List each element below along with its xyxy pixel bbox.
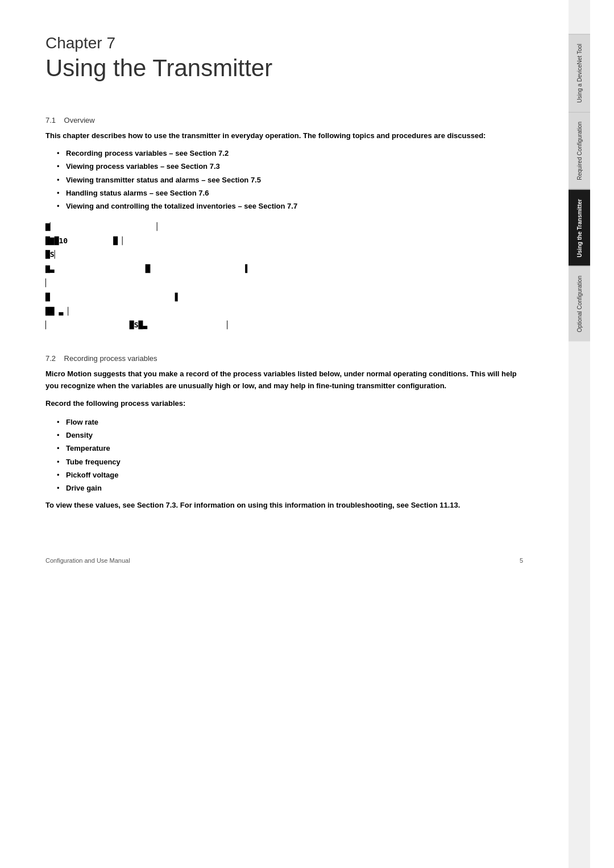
section-72-record-heading: Record the following process variables: [45,398,523,410]
list-item: Tube frequency [57,455,523,468]
list-item: Temperature [57,442,523,455]
section-72: 7.2 Recording process variables Micro Mo… [45,354,523,512]
section-71-number: 7.1 Overview [45,116,523,124]
list-item: Drive gain [57,481,523,495]
list-item: Handling status alarms – see Section 7.6 [57,186,523,200]
list-item: Viewing and controlling the totalized in… [57,200,523,213]
section-72-bullets: Flow rate Density Temperature Tube frequ… [57,416,523,495]
sidebar-tab-optional-config[interactable]: Optional Configuration [569,266,590,342]
section-72-number: 7.2 Recording process variables [45,354,523,363]
garbled-block: ▇▏ ▏ █▇█10 █ ▏ █S▏ ▇▃ █▏ ▌ ▏ █ ▋ [45,221,523,331]
section-71-bullets: Recording process variables – see Sectio… [57,147,523,213]
main-content: Chapter 7 Using the Transmitter 7.1 Over… [0,0,569,868]
list-item: Density [57,429,523,442]
list-item: Recording process variables – see Sectio… [57,147,523,160]
footer-left: Configuration and Use Manual [45,557,130,564]
sidebar-tab-devicenet[interactable]: Using a DeviceNet Tool [569,34,590,112]
list-item: Pickoff voltage [57,468,523,481]
list-item: Viewing transmitter status and alarms – … [57,173,523,186]
section-72-para1: Micro Motion suggests that you make a re… [45,368,523,392]
section-71-intro: This chapter describes how to use the tr… [45,130,523,142]
section-72-para2: To view these values, see Section 7.3. F… [45,500,523,512]
sidebar-tab-required-config[interactable]: Required Configuration [569,112,590,189]
list-item: Viewing process variables – see Section … [57,160,523,173]
sidebar: Using a DeviceNet Tool Required Configur… [569,0,590,868]
chapter-label: Chapter 7 [45,34,523,52]
footer-right: 5 [520,557,523,564]
chapter-title: Using the Transmitter [45,55,523,82]
footer: Configuration and Use Manual 5 [45,557,523,564]
section-71: 7.1 Overview This chapter describes how … [45,116,523,331]
list-item: Flow rate [57,416,523,429]
sidebar-tab-using-transmitter[interactable]: Using the Transmitter [569,189,590,267]
